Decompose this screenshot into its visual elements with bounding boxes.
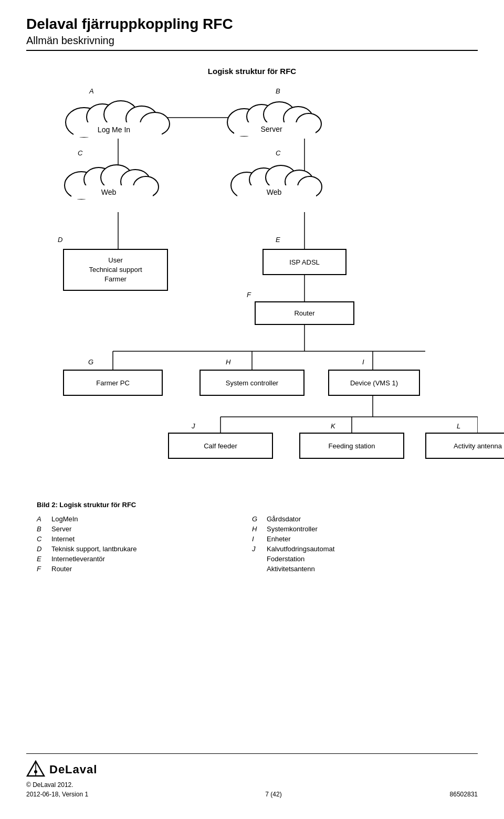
legend-right: GGårdsdatorHSystemkontrollerIEnheterJKal… — [252, 515, 467, 575]
legend-item: ALogMeIn — [37, 515, 252, 523]
letter-f: F — [247, 291, 251, 299]
legend-item: GGårdsdator — [252, 515, 467, 523]
page-title: Delaval fjärruppkoppling RFC — [26, 16, 478, 33]
delaval-logo-text: DeLaval — [49, 763, 97, 776]
box-user-group: User Technical support Farmer — [63, 249, 168, 291]
footer-doc: 86502831 — [450, 791, 478, 798]
box-activity-antenna: Activity antenna — [425, 433, 504, 459]
footer-copyright: © DeLaval 2012. — [26, 781, 97, 789]
router-label: Router — [294, 309, 314, 317]
diagram-container: A B Log Me In Server C C — [26, 86, 478, 485]
letter-d: D — [58, 236, 62, 244]
isp-adsl-label: ISP ADSL — [289, 258, 320, 266]
svg-text:Server: Server — [260, 125, 282, 133]
letter-c1: C — [78, 149, 82, 157]
caption: Bild 2: Logisk struktur för RFC — [37, 501, 467, 509]
legend-left: ALogMeInBServerCInternetDTeknisk support… — [37, 515, 252, 575]
delaval-logo: DeLaval — [26, 760, 97, 779]
letter-j: J — [192, 422, 195, 430]
letter-h: H — [226, 358, 230, 366]
footer: DeLaval © DeLaval 2012. 2012-06-18, Vers… — [26, 753, 478, 798]
box-device-vms: Device (VMS 1) — [328, 370, 420, 396]
legend-item: FRouter — [37, 565, 252, 573]
calf-feeder-label: Calf feeder — [204, 442, 237, 450]
legend-columns: ALogMeInBServerCInternetDTeknisk support… — [37, 515, 467, 575]
legend-item: Foderstation — [252, 555, 467, 563]
legend-item: Aktivitetsantenn — [252, 565, 467, 573]
farmer-pc-label: Farmer PC — [96, 379, 130, 387]
cloud-web-right: Web — [226, 156, 331, 206]
svg-point-47 — [34, 770, 37, 773]
cloud-server: Server — [220, 93, 326, 143]
letter-i: I — [362, 358, 364, 366]
legend-item: HSystemkontroller — [252, 525, 467, 533]
feeding-station-label: Feeding station — [329, 442, 375, 450]
legend-item: EInternetleverantör — [37, 555, 252, 563]
footer-date: 2012-06-18, Version 1 — [26, 791, 97, 798]
legend-item: DTeknisk support, lantbrukare — [37, 545, 252, 553]
device-vms-label: Device (VMS 1) — [350, 379, 398, 387]
activity-antenna-label: Activity antenna — [454, 442, 502, 450]
svg-text:Web: Web — [267, 188, 282, 196]
legend-item: IEnheter — [252, 535, 467, 543]
letter-c2: C — [276, 149, 280, 157]
footer-page: 7 (42) — [265, 791, 281, 798]
cloud-logmein: Log Me In — [58, 93, 178, 143]
page-subtitle: Allmän beskrivning — [26, 35, 478, 47]
box-router: Router — [255, 301, 354, 325]
page-header: Delaval fjärruppkoppling RFC Allmän besk… — [26, 16, 478, 51]
letter-e: E — [276, 236, 280, 244]
svg-text:Web: Web — [101, 188, 117, 196]
letter-k: K — [331, 422, 335, 430]
legend-item: JKalvutfodringsautomat — [252, 545, 467, 553]
letter-l: L — [457, 422, 460, 430]
legend-section: Bild 2: Logisk struktur för RFC ALogMeIn… — [26, 501, 478, 575]
cloud-web-left: Web — [58, 156, 173, 206]
delaval-logo-icon — [26, 760, 45, 779]
letter-g: G — [88, 358, 93, 366]
box-system-controller: System controller — [200, 370, 304, 396]
diagram-title: Logisk struktur för RFC — [26, 67, 478, 76]
box-isp-adsl: ISP ADSL — [262, 249, 346, 275]
svg-text:Log Me In: Log Me In — [98, 125, 130, 134]
legend-item: BServer — [37, 525, 252, 533]
box-feeding-station: Feeding station — [299, 433, 404, 459]
legend-item: CInternet — [37, 535, 252, 543]
box-farmer-pc: Farmer PC — [63, 370, 163, 396]
box-calf-feeder: Calf feeder — [168, 433, 273, 459]
system-controller-label: System controller — [226, 379, 278, 387]
